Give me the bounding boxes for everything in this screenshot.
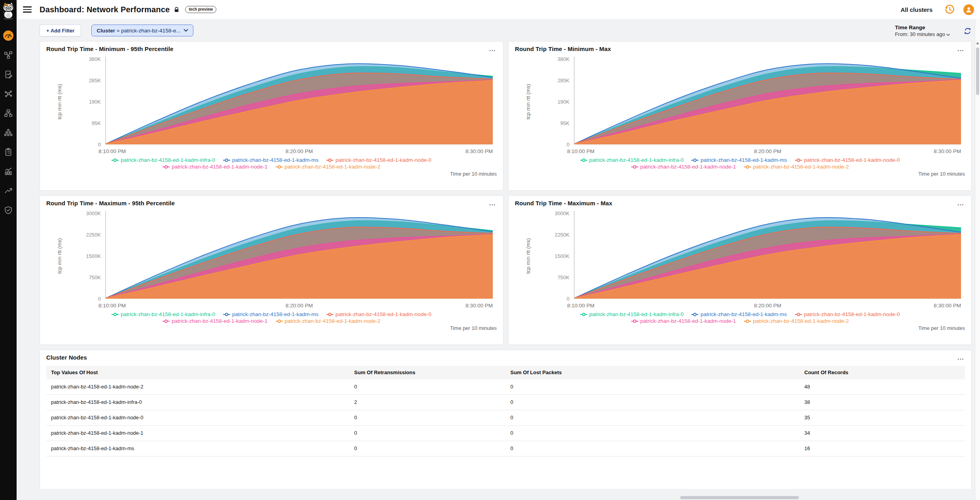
chart-panel-rtt-min-95th: Round Trip Time - Minimum - 95th Percent… (40, 41, 503, 191)
add-filter-button[interactable]: + Add Filter (40, 25, 81, 36)
sidebar-item-cluster-nodes-icon[interactable] (3, 127, 14, 138)
legend-item[interactable]: patrick-zhan-bz-4158-ed-1-kadm-node-1 (631, 318, 736, 324)
chevron-down-icon (946, 34, 950, 36)
legend-item[interactable]: patrick-zhan-bz-4158-ed-1-kadm-infra-0 (580, 311, 684, 317)
chart-legend: patrick-zhan-bz-4158-ed-1-kadm-infra-0 p… (526, 311, 954, 324)
panel-title: Round Trip Time - Minimum - Max (515, 45, 611, 52)
table-row: patrick-zhan-bz-4158-ed-1-kadm-ms0016 (46, 441, 965, 456)
panel-menu-ellipsis-icon[interactable]: ... (957, 354, 965, 361)
user-avatar[interactable] (963, 4, 974, 15)
panel-menu-ellipsis-icon[interactable]: ... (957, 45, 965, 53)
table-cell: patrick-zhan-bz-4158-ed-1-kadm-node-0 (46, 410, 350, 425)
sidebar-item-sitemap-icon[interactable] (3, 108, 14, 119)
vertical-scrollbar-thumb[interactable] (976, 47, 979, 95)
legend-item[interactable]: patrick-zhan-bz-4158-ed-1-kadm-infra-0 (112, 311, 215, 317)
vertical-scrollbar[interactable] (975, 19, 980, 500)
svg-text:3000K: 3000K (86, 210, 101, 216)
series-marker-icon (744, 319, 751, 324)
time-axis-note: Time per 10 minutes (515, 171, 965, 177)
svg-text:0: 0 (567, 296, 569, 302)
app-logo-cat-mascot[interactable] (0, 2, 16, 20)
panel-menu-ellipsis-icon[interactable]: ... (488, 200, 497, 207)
legend-item[interactable]: patrick-zhan-bz-4158-ed-1-kadm-node-0 (326, 157, 431, 163)
svg-text:8:20:00 PM: 8:20:00 PM (286, 303, 313, 309)
svg-text:95K: 95K (92, 120, 101, 126)
history-icon[interactable] (944, 4, 955, 15)
refresh-icon[interactable] (963, 27, 972, 37)
area-chart: 0750K1500K2250K3000Ktcp min rtt (ms)8:10… (515, 208, 965, 311)
legend-item[interactable]: patrick-zhan-bz-4158-ed-1-kadm-node-2 (744, 164, 849, 170)
table-header-row: Top Values Of HostSum Of Retransmissions… (46, 366, 965, 379)
series-marker-icon (223, 312, 230, 317)
table-column-header: Sum Of Lost Packets (505, 366, 799, 379)
svg-text:8:20:00 PM: 8:20:00 PM (286, 148, 313, 154)
legend-item[interactable]: patrick-zhan-bz-4158-ed-1-kadm-node-2 (744, 318, 849, 324)
svg-text:1500K: 1500K (86, 253, 101, 259)
menu-hamburger-icon[interactable] (23, 6, 32, 13)
legend-item[interactable]: patrick-zhan-bz-4158-ed-1-kadm-node-1 (163, 318, 267, 324)
legend-item[interactable]: patrick-zhan-bz-4158-ed-1-kadm-ms (223, 157, 318, 163)
svg-text:750K: 750K (89, 275, 101, 280)
sidebar-item-security-shield-icon[interactable] (3, 205, 14, 216)
table-row: patrick-zhan-bz-4158-ed-1-kadm-node-2004… (46, 379, 965, 395)
series-marker-icon (163, 319, 170, 324)
scrollbar-up-arrow[interactable] (976, 42, 979, 44)
series-marker-icon (691, 158, 698, 163)
sidebar-item-analytics-icon[interactable] (3, 166, 14, 177)
horizontal-scrollbar-thumb[interactable] (680, 496, 799, 499)
legend-item[interactable]: patrick-zhan-bz-4158-ed-1-kadm-node-0 (795, 157, 900, 163)
time-range-block: Time Range From: 30 minutes ago (895, 25, 950, 37)
time-axis-note: Time per 10 minutes (515, 325, 965, 331)
legend-item[interactable]: patrick-zhan-bz-4158-ed-1-kadm-node-0 (326, 311, 431, 317)
svg-text:0: 0 (98, 296, 101, 302)
chart-legend: patrick-zhan-bz-4158-ed-1-kadm-infra-0 p… (58, 157, 485, 170)
chart-panel-rtt-max-max: Round Trip Time - Maximum - Max ... 0750… (508, 195, 972, 345)
legend-item[interactable]: patrick-zhan-bz-4158-ed-1-kadm-infra-0 (112, 157, 215, 163)
series-marker-icon (112, 312, 119, 317)
sidebar-item-trends-icon[interactable] (3, 185, 14, 196)
time-range-from-dropdown[interactable]: From: 30 minutes ago (895, 31, 950, 37)
legend-item[interactable]: patrick-zhan-bz-4158-ed-1-kadm-infra-0 (580, 157, 684, 163)
sidebar-item-topology-icon[interactable] (3, 49, 14, 61)
sidebar-item-report-edit-icon[interactable] (3, 69, 14, 80)
svg-text:1500K: 1500K (554, 253, 569, 259)
table-cell: 48 (800, 379, 965, 394)
chart-legend: patrick-zhan-bz-4158-ed-1-kadm-infra-0 p… (58, 311, 485, 324)
series-marker-icon (691, 312, 698, 317)
table-cell: 0 (505, 410, 799, 425)
svg-text:0: 0 (567, 142, 569, 148)
svg-text:190K: 190K (89, 99, 101, 105)
legend-item[interactable]: patrick-zhan-bz-4158-ed-1-kadm-ms (691, 157, 787, 163)
panel-menu-ellipsis-icon[interactable]: ... (488, 45, 497, 53)
sidebar-item-clipboard-icon[interactable] (3, 146, 14, 157)
series-marker-icon (276, 165, 283, 169)
svg-text:2250K: 2250K (86, 232, 101, 238)
legend-item[interactable]: patrick-zhan-bz-4158-ed-1-kadm-node-1 (163, 164, 267, 170)
legend-item[interactable]: patrick-zhan-bz-4158-ed-1-kadm-ms (691, 311, 787, 317)
svg-text:tcp min rtt (ms): tcp min rtt (ms) (57, 238, 62, 274)
svg-text:tcp min rtt (ms): tcp min rtt (ms) (525, 84, 531, 119)
table-cell: patrick-zhan-bz-4158-ed-1-kadm-infra-0 (46, 395, 350, 410)
legend-item[interactable]: patrick-zhan-bz-4158-ed-1-kadm-node-1 (631, 164, 736, 170)
legend-item[interactable]: patrick-zhan-bz-4158-ed-1-kadm-node-2 (276, 318, 380, 324)
all-clusters-selector[interactable]: All clusters (901, 6, 933, 13)
legend-item[interactable]: patrick-zhan-bz-4158-ed-1-kadm-node-0 (795, 311, 900, 317)
legend-item[interactable]: patrick-zhan-bz-4158-ed-1-kadm-node-2 (276, 164, 380, 170)
series-marker-icon (580, 312, 587, 317)
sidebar-item-connections-icon[interactable] (3, 88, 14, 99)
sidebar-item-dashboards-gauge-icon[interactable] (3, 30, 14, 41)
series-marker-icon (631, 165, 638, 169)
filter-field: Cluster (96, 28, 115, 34)
legend-item[interactable]: patrick-zhan-bz-4158-ed-1-kadm-ms (223, 311, 318, 317)
svg-text:95K: 95K (560, 120, 569, 126)
series-marker-icon (326, 158, 333, 163)
panel-title: Round Trip Time - Minimum - 95th Percent… (46, 45, 174, 52)
svg-text:8:30:00 PM: 8:30:00 PM (465, 148, 493, 154)
panel-menu-ellipsis-icon[interactable]: ... (957, 200, 965, 207)
svg-text:285K: 285K (558, 78, 570, 83)
svg-text:8:30:00 PM: 8:30:00 PM (465, 303, 493, 309)
svg-text:8:10:00 PM: 8:10:00 PM (98, 148, 126, 154)
svg-text:tcp min rtt (ms): tcp min rtt (ms) (525, 238, 531, 274)
cluster-filter-chip[interactable]: Cluster = patrick-zhan-bz-4158-e... (91, 25, 193, 36)
series-marker-icon (112, 158, 119, 163)
